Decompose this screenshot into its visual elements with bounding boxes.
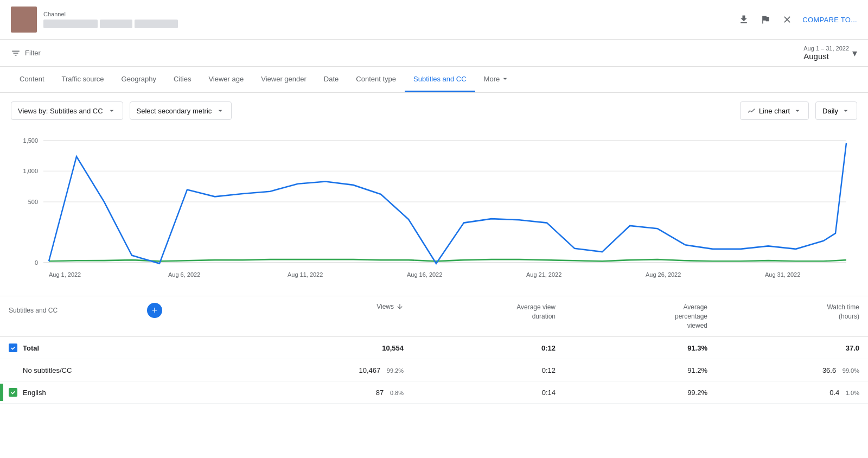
chart-area: 1,500 1,000 500 0 Aug 1, 2022 Aug 6, 202… (0, 129, 868, 291)
col-header-subtitle: Subtitles and CC + (0, 296, 260, 336)
no-subtitles-watch-time: 36.6 99.0% (716, 360, 868, 381)
total-views: 10,554 (260, 338, 412, 359)
tab-geography[interactable]: Geography (113, 67, 165, 92)
tab-cities[interactable]: Cities (165, 67, 200, 92)
secondary-metric-dropdown[interactable]: Select secondary metric (130, 101, 232, 120)
channel-label: Channel (43, 11, 178, 17)
granularity-label: Daily (822, 107, 838, 115)
tab-content[interactable]: Content (11, 67, 53, 92)
tab-subtitles-cc[interactable]: Subtitles and CC (405, 67, 475, 92)
channel-bar-2 (100, 20, 132, 28)
col-header-watch-time: Watch time (hours) (716, 296, 868, 336)
total-row-label: Total (23, 344, 39, 352)
channel-avatar (11, 7, 37, 33)
channel-bar-3 (135, 20, 178, 28)
date-info: Aug 1 – 31, 2022 August (803, 45, 849, 61)
tab-content-type[interactable]: Content type (347, 67, 405, 92)
channel-info-section: Channel (11, 7, 178, 33)
header-actions: COMPARE TO... (737, 13, 857, 26)
close-icon[interactable] (781, 13, 794, 26)
svg-text:Aug 26, 2022: Aug 26, 2022 (646, 271, 681, 278)
granularity-dropdown[interactable]: Daily (815, 101, 857, 120)
tab-more[interactable]: More (475, 67, 519, 92)
no-subtitles-avg-pct: 91.2% (564, 360, 716, 381)
svg-text:Aug 1, 2022: Aug 1, 2022 (49, 271, 81, 278)
tab-viewer-age[interactable]: Viewer age (200, 67, 252, 92)
svg-text:Aug 6, 2022: Aug 6, 2022 (168, 271, 200, 278)
subtitle-col-label: Subtitles and CC (9, 307, 58, 314)
data-table: Subtitles and CC + Views Average view du… (0, 296, 868, 404)
no-subtitles-avg-duration: 0:12 (412, 360, 564, 381)
total-checkbox[interactable] (9, 344, 17, 352)
more-label: More (484, 75, 500, 83)
chart-type-label: Line chart (759, 107, 790, 115)
total-watch-time: 37.0 (716, 338, 868, 359)
svg-text:Aug 16, 2022: Aug 16, 2022 (407, 271, 442, 278)
date-range: Aug 1 – 31, 2022 (803, 45, 849, 52)
flag-icon[interactable] (759, 13, 772, 26)
primary-metric-label: Views by: Subtitles and CC (18, 107, 103, 115)
col-header-avg-duration: Average view duration (412, 296, 564, 336)
controls-left: Views by: Subtitles and CC Select second… (11, 101, 232, 120)
table-row-no-subtitles: No subtitles/CC 10,467 99.2% 0:12 91.2% … (0, 359, 868, 381)
channel-bars (43, 20, 178, 28)
secondary-metric-label: Select secondary metric (137, 107, 212, 115)
col-header-avg-pct: Average percentage viewed (564, 296, 716, 336)
tab-bar: Content Traffic source Geography Cities … (0, 67, 868, 93)
controls-right: Line chart Daily (740, 101, 857, 120)
date-period: August (803, 52, 849, 61)
date-dropdown-arrow: ▾ (852, 47, 857, 59)
add-column-button[interactable]: + (147, 303, 162, 318)
no-subtitles-views: 10,467 99.2% (260, 360, 412, 381)
svg-text:1,500: 1,500 (23, 137, 38, 143)
svg-text:500: 500 (28, 199, 38, 205)
no-subtitles-watch-time-pct: 99.0% (843, 367, 859, 374)
svg-text:Aug 11, 2022: Aug 11, 2022 (288, 271, 323, 278)
english-watch-time-pct: 1.0% (846, 390, 859, 396)
english-views: 87 0.8% (260, 382, 412, 403)
svg-text:Aug 21, 2022: Aug 21, 2022 (526, 271, 561, 278)
compare-button[interactable]: COMPARE TO... (802, 16, 857, 24)
page-header: Channel COMPARE TO... (0, 0, 868, 40)
filter-section[interactable]: Filter (11, 48, 41, 58)
date-selector[interactable]: Aug 1 – 31, 2022 August ▾ (803, 45, 857, 61)
channel-bar-1 (43, 20, 98, 28)
total-label-cell: Total (0, 337, 260, 359)
views-sort[interactable]: Views (269, 303, 404, 310)
blue-line-views (49, 143, 846, 264)
svg-text:Aug 31, 2022: Aug 31, 2022 (765, 271, 800, 278)
svg-text:0: 0 (35, 259, 38, 265)
no-subtitles-label: No subtitles/CC (23, 366, 72, 374)
english-checkbox[interactable] (9, 388, 17, 397)
download-icon[interactable] (737, 13, 750, 26)
filter-bar: Filter Aug 1 – 31, 2022 August ▾ (0, 40, 868, 67)
no-subtitles-label-cell: No subtitles/CC (0, 359, 260, 381)
channel-details: Channel (43, 11, 178, 28)
chart-type-dropdown[interactable]: Line chart (740, 101, 809, 120)
table-row-total: Total 10,554 0:12 91.3% 37.0 (0, 337, 868, 359)
tab-date[interactable]: Date (315, 67, 347, 92)
english-label-cell: English (0, 381, 260, 403)
controls-row: Views by: Subtitles and CC Select second… (0, 93, 868, 129)
english-avg-duration: 0:14 (412, 382, 564, 403)
total-avg-pct: 91.3% (564, 338, 716, 359)
line-chart: 1,500 1,000 500 0 Aug 1, 2022 Aug 6, 202… (11, 129, 857, 291)
table-header-row: Subtitles and CC + Views Average view du… (0, 296, 868, 337)
english-label: English (23, 389, 46, 397)
english-color-indicator (0, 384, 3, 401)
tab-viewer-gender[interactable]: Viewer gender (252, 67, 315, 92)
no-subtitles-views-pct: 99.2% (387, 367, 404, 374)
english-watch-time: 0.4 1.0% (716, 382, 868, 403)
col-header-views: Views (260, 296, 412, 336)
tab-traffic-source[interactable]: Traffic source (53, 67, 113, 92)
english-avg-pct: 99.2% (564, 382, 716, 403)
total-avg-duration: 0:12 (412, 338, 564, 359)
svg-text:1,000: 1,000 (23, 168, 38, 174)
primary-metric-dropdown[interactable]: Views by: Subtitles and CC (11, 101, 123, 120)
filter-label: Filter (25, 49, 41, 57)
table-row-english: English 87 0.8% 0:14 99.2% 0.4 1.0% (0, 381, 868, 404)
no-subtitles-spacer (9, 366, 17, 374)
green-line-english (49, 259, 846, 261)
english-views-pct: 0.8% (390, 390, 404, 396)
